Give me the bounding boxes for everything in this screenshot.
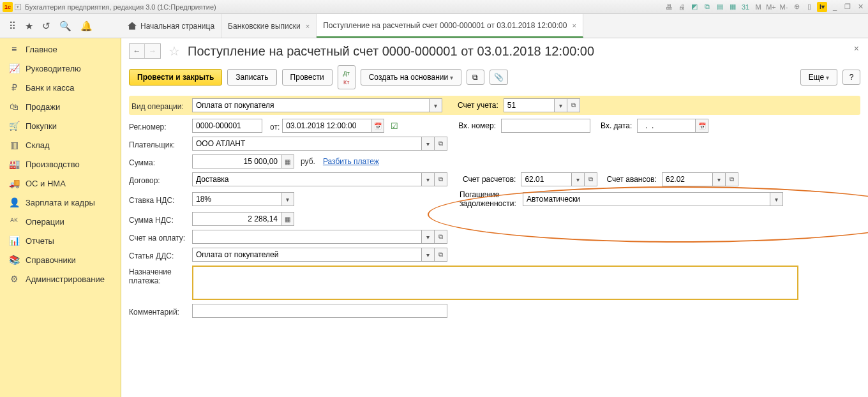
minimize-icon[interactable]: _ [830, 2, 840, 12]
open-icon[interactable]: ⧉ [567, 98, 580, 112]
sys-calc-icon[interactable]: ▤ [715, 2, 725, 12]
invoice-input[interactable] [192, 230, 422, 244]
open-icon[interactable]: ⧉ [585, 172, 597, 186]
tab-close-icon[interactable]: × [306, 22, 310, 30]
sys-panel-icon[interactable]: ▯ [804, 2, 814, 12]
dtkt-button[interactable]: ДтКт [338, 65, 355, 89]
sidebar-item-6[interactable]: 🏭Производство [0, 154, 121, 174]
sidebar-item-12[interactable]: ⚙Администрирование [0, 269, 121, 288]
dropdown-icon[interactable]: ▾ [770, 192, 783, 206]
dropdown-icon[interactable]: ▾ [281, 192, 294, 206]
sidebar-item-4[interactable]: 🛒Покупки [0, 116, 121, 135]
payer-input[interactable] [192, 137, 422, 151]
calendar-icon[interactable]: 📅 [371, 119, 384, 133]
apps-icon[interactable]: ⠿ [9, 20, 16, 32]
date-input[interactable] [282, 119, 371, 133]
dropdown-icon[interactable]: ▾ [422, 137, 435, 151]
vat-rate-input[interactable] [192, 192, 281, 206]
sys-print-icon[interactable]: 🖨 [677, 2, 687, 12]
sidebar-item-0[interactable]: ≡Главное [0, 40, 121, 59]
account-input[interactable] [504, 98, 555, 112]
open-icon[interactable]: ⧉ [435, 172, 447, 186]
debt-input[interactable] [523, 192, 770, 206]
nav-back-button[interactable]: ← [130, 44, 145, 58]
dds-input[interactable] [192, 248, 422, 262]
in-no-input[interactable] [501, 119, 590, 133]
history-icon[interactable]: ↺ [42, 20, 50, 32]
sidebar-item-2[interactable]: ₽Банк и касса [0, 78, 121, 97]
sidebar-icon: 👤 [9, 197, 19, 207]
dropdown-icon[interactable]: ▾ [572, 172, 585, 186]
calendar-icon[interactable]: 📅 [696, 119, 708, 133]
sidebar-item-1[interactable]: 📈Руководителю [0, 59, 121, 78]
sys-m-icon[interactable]: M [753, 2, 763, 12]
vat-sum-input[interactable] [192, 212, 281, 226]
tab-close-icon[interactable]: × [572, 22, 576, 29]
purpose-textarea[interactable] [192, 266, 798, 300]
help-button[interactable]: ? [842, 70, 860, 85]
sidebar-icon: 📊 [9, 236, 19, 246]
restore-icon[interactable]: ❐ [842, 2, 853, 12]
sys-save-icon[interactable]: 🖶 [664, 2, 674, 12]
search-icon[interactable]: 🔍 [59, 20, 71, 32]
dropdown-icon[interactable]: ▾ [430, 98, 442, 112]
sidebar-item-9[interactable]: ᴬᴷОперации [0, 212, 121, 231]
sidebar-item-3[interactable]: 🛍Продажи [0, 97, 121, 116]
comment-input[interactable] [192, 304, 447, 318]
attach-button[interactable]: 📎 [490, 70, 508, 85]
favorite-star-icon[interactable]: ☆ [168, 43, 180, 59]
structure-button[interactable]: ⧉ [467, 70, 484, 85]
open-icon[interactable]: ⧉ [435, 137, 447, 151]
sidebar-icon: ⚙ [9, 274, 19, 284]
sidebar-item-7[interactable]: 🚚ОС и НМА [0, 174, 121, 193]
op-type-input[interactable] [192, 98, 430, 112]
more-button[interactable]: Еще [800, 69, 837, 86]
dropdown-icon[interactable]: ▾ [713, 172, 726, 186]
sidebar-item-11[interactable]: 📚Справочники [0, 250, 121, 269]
post-button[interactable]: Провести [282, 69, 333, 86]
sidebar-icon: 🚚 [9, 178, 19, 188]
open-icon[interactable]: ⧉ [435, 230, 447, 244]
save-button[interactable]: Записать [227, 69, 276, 86]
dropdown-icon[interactable]: ▾ [555, 98, 567, 112]
sys-calendar-icon[interactable]: ▦ [728, 2, 738, 12]
in-date-input[interactable] [637, 119, 696, 133]
calculator-icon[interactable]: ▦ [281, 212, 294, 226]
calculator-icon[interactable]: ▦ [281, 154, 294, 169]
sys-mplus-icon[interactable]: M+ [766, 2, 776, 12]
app-menu-dropdown[interactable]: ▾ [15, 4, 21, 10]
bell-icon[interactable]: 🔔 [80, 20, 93, 32]
reg-no-input[interactable] [192, 119, 262, 133]
tab-home[interactable]: Начальная страница [121, 14, 221, 38]
open-icon[interactable]: ⧉ [726, 172, 738, 186]
advance-acc-input[interactable] [662, 172, 713, 186]
vat-rate-label: Ставка НДС: [129, 194, 190, 205]
sidebar-item-8[interactable]: 👤Зарплата и кадры [0, 193, 121, 212]
create-based-button[interactable]: Создать на основании [361, 69, 461, 86]
dropdown-icon[interactable]: ▾ [422, 172, 435, 186]
contract-label: Договор: [129, 174, 190, 185]
sidebar-label: ОС и НМА [26, 179, 66, 188]
sys-zoom-icon[interactable]: ⊕ [791, 2, 802, 12]
close-icon[interactable]: ✕ [855, 2, 865, 12]
dropdown-icon[interactable]: ▾ [422, 230, 435, 244]
split-payment-link[interactable]: Разбить платеж [323, 157, 379, 166]
dropdown-icon[interactable]: ▾ [422, 248, 435, 262]
sys-compare-icon[interactable]: ⧉ [702, 2, 712, 12]
tab-receipt[interactable]: Поступление на расчетный счет 0000-00000… [317, 14, 583, 38]
sum-input[interactable] [192, 154, 281, 169]
sidebar-item-10[interactable]: 📊Отчеты [0, 231, 121, 250]
tab-bank-statements[interactable]: Банковские выписки× [221, 14, 317, 38]
sidebar-item-5[interactable]: ▥Склад [0, 135, 121, 154]
sys-doc-icon[interactable]: ◩ [689, 2, 700, 12]
contract-input[interactable] [192, 172, 422, 186]
post-and-close-button[interactable]: Провести и закрыть [129, 69, 222, 86]
favorite-icon[interactable]: ★ [25, 20, 33, 32]
sys-info-icon[interactable]: i▾ [817, 2, 827, 12]
page-close-icon[interactable]: × [854, 43, 859, 54]
purpose-label: Назначение платежа: [129, 266, 190, 285]
open-icon[interactable]: ⧉ [435, 248, 447, 262]
settle-acc-input[interactable] [521, 172, 572, 186]
sys-date-icon[interactable]: 31 [740, 2, 751, 12]
sys-mminus-icon[interactable]: M- [779, 2, 789, 12]
